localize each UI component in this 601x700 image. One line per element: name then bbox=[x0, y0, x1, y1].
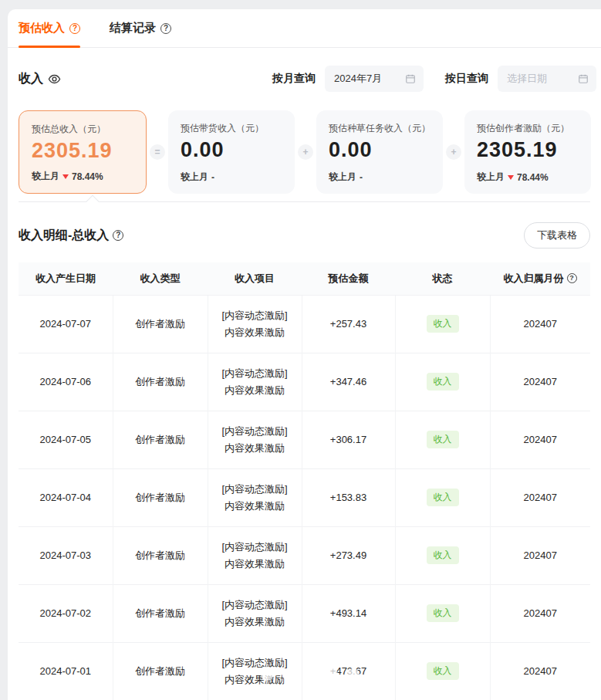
card-goods-income[interactable]: 预估带货收入（元） 0.00 较上月 - bbox=[168, 110, 295, 194]
change-value: 78.44% bbox=[517, 172, 549, 183]
detail-title-label: 收入明细-总收入 bbox=[19, 228, 109, 244]
cell-type: 创作者激励 bbox=[113, 295, 208, 353]
cell-type: 创作者激励 bbox=[113, 353, 208, 411]
calendar-icon bbox=[578, 73, 589, 86]
table-row: 2024-07-04 创作者激励 [内容动态激励]内容效果激励 +153.83 … bbox=[19, 468, 590, 526]
tab-settlement-records-label: 结算记录 bbox=[110, 21, 156, 36]
col-header-status: 状态 bbox=[395, 262, 490, 295]
tab-estimated-income-label: 预估收入 bbox=[19, 21, 65, 36]
help-icon[interactable]: ? bbox=[113, 230, 123, 241]
month-picker-input[interactable]: 2024年7月 bbox=[325, 66, 424, 92]
detail-title: 收入明细-总收入 ? bbox=[19, 228, 123, 244]
day-picker-input[interactable]: 选择日期 bbox=[498, 66, 596, 92]
card-value: 2305.19 bbox=[477, 138, 579, 162]
table-row: 2024-07-07 创作者激励 [内容动态激励]内容效果激励 +257.43 … bbox=[19, 295, 590, 353]
cell-amount: +473.67 bbox=[302, 642, 395, 700]
card-seeding-task-income[interactable]: 预估种草任务收入（元） 0.00 较上月 - bbox=[316, 110, 443, 194]
col-header-project: 收入项目 bbox=[208, 262, 302, 295]
help-icon[interactable]: ? bbox=[567, 273, 577, 283]
status-badge: 收入 bbox=[427, 662, 459, 680]
table-row: 2024-07-02 创作者激励 [内容动态激励]内容效果激励 +493.14 … bbox=[19, 584, 590, 642]
cell-amount: +257.43 bbox=[302, 295, 395, 353]
card-footer: 较上月 - bbox=[329, 171, 430, 184]
cell-type: 创作者激励 bbox=[113, 526, 208, 584]
status-badge: 收入 bbox=[427, 431, 459, 448]
col-header-date: 收入产生日期 bbox=[19, 262, 113, 295]
cell-amount: +273.49 bbox=[302, 526, 395, 584]
cell-project: [内容动态激励]内容效果激励 bbox=[208, 295, 302, 353]
status-badge: 收入 bbox=[427, 489, 459, 506]
cell-date: 2024-07-06 bbox=[19, 353, 113, 411]
cell-date: 2024-07-02 bbox=[19, 584, 113, 642]
down-arrow-icon bbox=[508, 175, 514, 180]
cell-status: 收入 bbox=[395, 642, 490, 700]
cell-type: 创作者激励 bbox=[113, 411, 208, 468]
change-value: - bbox=[360, 172, 363, 183]
cell-project: [内容动态激励]内容效果激励 bbox=[208, 411, 302, 468]
cell-status: 收入 bbox=[395, 411, 490, 468]
table-row: 2024-07-05 创作者激励 [内容动态激励]内容效果激励 +306.17 … bbox=[19, 411, 590, 468]
day-picker-placeholder: 选择日期 bbox=[507, 72, 547, 86]
change-value: - bbox=[211, 172, 214, 183]
month-query-label: 按月查询 bbox=[272, 72, 316, 86]
cell-status: 收入 bbox=[395, 353, 490, 411]
card-label: 预估创作者激励（元） bbox=[477, 122, 579, 135]
cell-project: [内容动态激励]内容效果激励 bbox=[208, 526, 302, 584]
toolbar: 收入 按月查询 2024年7月 bbox=[8, 65, 601, 93]
income-section-title: 收入 bbox=[19, 71, 61, 87]
cell-type: 创作者激励 bbox=[113, 642, 208, 700]
cell-date: 2024-07-03 bbox=[19, 526, 113, 584]
equals-icon: = bbox=[150, 144, 165, 160]
calendar-icon bbox=[405, 73, 416, 86]
income-panel: 预估收入 ? 结算记录 ? 收入 按月查询 bbox=[8, 9, 601, 700]
down-arrow-icon bbox=[62, 174, 69, 179]
compare-label: 较上月 bbox=[32, 170, 59, 183]
col-header-month: 收入归属月份 ? bbox=[490, 262, 590, 295]
detail-header: 收入明细-总收入 ? 下载表格 bbox=[8, 222, 601, 249]
card-footer: 较上月 - bbox=[181, 171, 282, 184]
tab-estimated-income[interactable]: 预估收入 ? bbox=[19, 9, 80, 47]
eye-icon[interactable] bbox=[48, 73, 61, 86]
compare-label: 较上月 bbox=[181, 171, 208, 184]
help-icon[interactable]: ? bbox=[160, 23, 171, 34]
operator-separator: + bbox=[295, 110, 316, 194]
active-card-caret bbox=[86, 195, 100, 208]
cell-amount: +493.14 bbox=[302, 584, 395, 642]
cell-month: 202407 bbox=[490, 584, 590, 642]
cell-type: 创作者激励 bbox=[113, 584, 208, 642]
download-table-button[interactable]: 下载表格 bbox=[524, 222, 590, 249]
cell-date: 2024-07-05 bbox=[19, 411, 113, 468]
table-row: 2024-07-06 创作者激励 [内容动态激励]内容效果激励 +347.46 … bbox=[19, 353, 590, 411]
help-icon[interactable]: ? bbox=[69, 23, 80, 34]
table-header-row: 收入产生日期 收入类型 收入项目 预估金额 状态 收入归属月份 ? bbox=[19, 262, 590, 295]
compare-label: 较上月 bbox=[477, 171, 505, 184]
operator-separator: + bbox=[443, 110, 464, 194]
cell-date: 2024-07-01 bbox=[19, 642, 113, 700]
card-label: 预估带货收入（元） bbox=[181, 122, 282, 135]
card-creator-incentive[interactable]: 预估创作者激励（元） 2305.19 较上月 78.44% bbox=[464, 110, 591, 194]
card-total-income[interactable]: 预估总收入（元） 2305.19 较上月 78.44% bbox=[19, 110, 147, 194]
cell-amount: +347.46 bbox=[302, 353, 395, 411]
tab-settlement-records[interactable]: 结算记录 ? bbox=[110, 9, 171, 47]
month-picker-value: 2024年7月 bbox=[334, 72, 382, 86]
cell-date: 2024-07-07 bbox=[19, 295, 113, 353]
cell-month: 202407 bbox=[490, 353, 590, 411]
operator-separator: = bbox=[147, 110, 168, 194]
cell-status: 收入 bbox=[395, 584, 490, 642]
cell-status: 收入 bbox=[395, 526, 490, 584]
section-divider bbox=[19, 201, 590, 202]
cell-status: 收入 bbox=[395, 468, 490, 526]
plus-icon: + bbox=[446, 144, 461, 160]
cell-type: 创作者激励 bbox=[113, 468, 208, 526]
income-table: 收入产生日期 收入类型 收入项目 预估金额 状态 收入归属月份 ? 2024-0… bbox=[19, 262, 590, 700]
plus-icon: + bbox=[298, 144, 313, 160]
table-row: 2024-07-01 创作者激励 [内容动态激励]内容效果激励 +473.67 … bbox=[19, 642, 590, 700]
cell-month: 202407 bbox=[490, 642, 590, 700]
cell-project: [内容动态激励]内容效果激励 bbox=[208, 468, 302, 526]
col-header-type: 收入类型 bbox=[113, 262, 208, 295]
summary-cards: 预估总收入（元） 2305.19 较上月 78.44% = 预估带货收入（元） … bbox=[8, 110, 601, 194]
change-value: 78.44% bbox=[72, 171, 103, 182]
query-group: 按月查询 2024年7月 按日查询 选择日期 bbox=[272, 66, 596, 92]
cell-month: 202407 bbox=[490, 295, 590, 353]
card-footer: 较上月 78.44% bbox=[32, 170, 133, 183]
